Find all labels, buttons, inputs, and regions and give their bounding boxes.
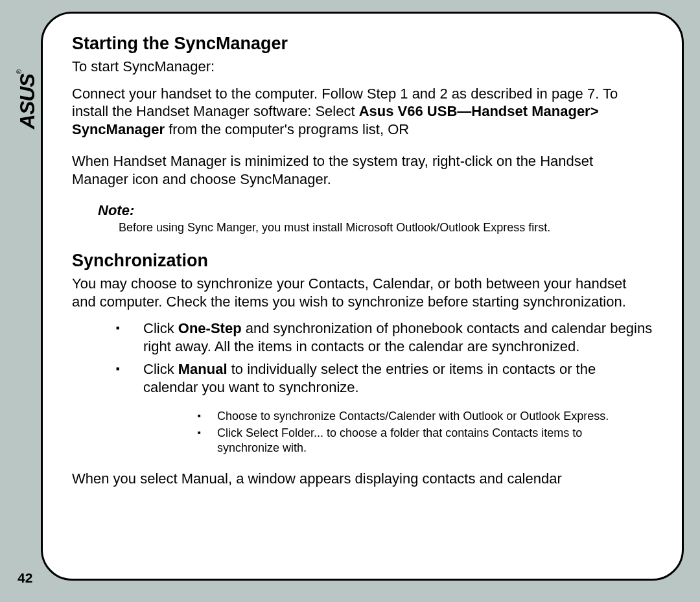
brand-logo-text: ASUS® [16, 69, 40, 128]
note-block: Note: Before using Sync Manger, you must… [98, 202, 653, 235]
list-item: Click One-Step and synchronization of ph… [116, 319, 653, 355]
text-fragment: from the computer's programs list, OR [165, 121, 409, 137]
list-item: Click Manual to individually select the … [116, 360, 653, 396]
heading-synchronization: Synchronization [72, 250, 653, 271]
text-bold-manual: Manual [178, 361, 228, 377]
manual-sub-list: Choose to synchronize Contacts/Calender … [72, 409, 653, 456]
text-fragment: Click [143, 361, 178, 377]
manual-page: Starting the SyncManager To start SyncMa… [41, 12, 684, 581]
para-connect-handset: Connect your handset to the computer. Fo… [72, 85, 653, 139]
para-manual-window: When you select Manual, a window appears… [72, 470, 653, 488]
brand-logo: ASUS® [18, 51, 38, 148]
note-label: Note: [98, 202, 653, 219]
sync-options-list: Click One-Step and synchronization of ph… [72, 319, 653, 396]
para-system-tray: When Handset Manager is minimized to the… [72, 152, 653, 188]
text-bold-onestep: One-Step [178, 320, 242, 336]
page-number: 42 [18, 570, 32, 586]
text-fragment: Click [143, 320, 178, 336]
list-item: Click Select Folder... to choose a folde… [198, 426, 640, 456]
list-item: Choose to synchronize Contacts/Calender … [198, 409, 640, 424]
para-sync-intro: You may choose to synchronize your Conta… [72, 275, 653, 310]
heading-starting-syncmanager: Starting the SyncManager [72, 33, 653, 54]
intro-line: To start SyncManager: [72, 58, 653, 76]
note-text: Before using Sync Manger, you must insta… [119, 220, 653, 235]
